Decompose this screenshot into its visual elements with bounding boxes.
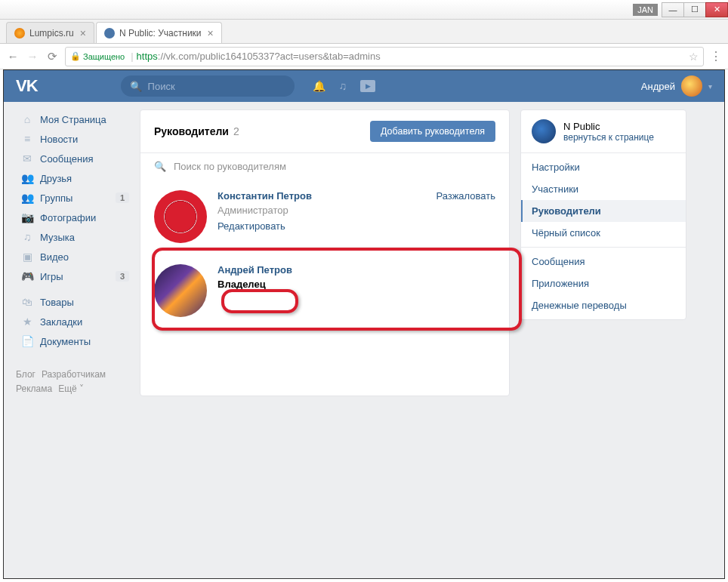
jan-badge: JAN xyxy=(633,4,658,16)
home-icon: ⌂ xyxy=(20,113,34,125)
header-icons: 🔔 ♫ ▶ xyxy=(313,80,376,92)
title-count: 2 xyxy=(233,125,239,137)
minimize-button[interactable]: — xyxy=(662,2,684,17)
title-text: Руководители xyxy=(154,125,229,137)
nav-label: Закладки xyxy=(40,316,82,328)
nav-bookmarks[interactable]: ★Закладки xyxy=(16,312,129,331)
member-role: Владелец xyxy=(217,279,495,290)
nav-groups[interactable]: 👥Группы1 xyxy=(16,188,129,208)
lock-icon: 🔒 Защищено xyxy=(70,51,125,61)
nav-label: Друзья xyxy=(40,173,72,184)
nav-label: Видео xyxy=(40,251,69,263)
nav-friends[interactable]: 👥Друзья xyxy=(16,168,129,188)
vk-header: VK 🔍 Поиск 🔔 ♫ ▶ Андрей ▾ xyxy=(4,70,724,102)
add-admin-button[interactable]: Добавить руководителя xyxy=(370,121,495,142)
user-menu[interactable]: Андрей ▾ xyxy=(641,75,712,97)
menu-messages[interactable]: Сообщения xyxy=(521,251,686,273)
forward-button[interactable]: → xyxy=(26,50,39,63)
star-icon: ★ xyxy=(20,316,34,328)
tab-close-icon[interactable]: × xyxy=(208,27,214,39)
footer-developers[interactable]: Разработчикам xyxy=(42,369,106,380)
groups-icon: 👥 xyxy=(20,192,34,204)
nav-label: Фотографии xyxy=(40,212,96,223)
member-avatar[interactable] xyxy=(154,190,207,243)
badge: 1 xyxy=(116,192,129,203)
member-name[interactable]: Константин Петров xyxy=(217,190,425,202)
nav-music[interactable]: ♫Музыка xyxy=(16,227,129,247)
menu-admins[interactable]: Руководители xyxy=(521,200,686,222)
left-nav: ⌂Моя Страница ≡Новости ✉Сообщения 👥Друзь… xyxy=(16,109,129,396)
menu-apps[interactable]: Приложения xyxy=(521,273,686,294)
music-icon[interactable]: ♫ xyxy=(339,80,347,92)
nav-label: Группы xyxy=(40,192,72,204)
tab-lumpics[interactable]: Lumpics.ru × xyxy=(6,22,94,43)
tab-title: N Public: Участники xyxy=(119,28,202,38)
notifications-icon[interactable]: 🔔 xyxy=(313,80,325,92)
news-icon: ≡ xyxy=(20,133,34,145)
url-scheme: https xyxy=(137,51,158,62)
browser-toolbar: ← → ⟳ 🔒 Защищено | https://vk.com/public… xyxy=(0,44,728,69)
nav-video[interactable]: ▣Видео xyxy=(16,247,129,266)
footer-ads[interactable]: Реклама xyxy=(16,383,52,394)
community-back-link[interactable]: вернуться к странице xyxy=(563,132,654,143)
nav-market[interactable]: 🛍Товары xyxy=(16,292,129,312)
play-button[interactable]: ▶ xyxy=(360,80,375,92)
search-placeholder: Поиск по руководителям xyxy=(174,161,286,172)
nav-games[interactable]: 🎮Игры3 xyxy=(16,266,129,286)
nav-label: Музыка xyxy=(40,232,75,243)
reload-button[interactable]: ⟳ xyxy=(45,50,59,63)
menu-money[interactable]: Денежные переводы xyxy=(521,294,686,316)
tab-close-icon[interactable]: × xyxy=(80,27,86,39)
url-text: ://vk.com/public164105337?act=users&tab=… xyxy=(158,51,381,62)
member-search[interactable]: 🔍 Поиск по руководителям xyxy=(140,153,509,180)
username-label: Андрей xyxy=(641,81,675,92)
nav-photos[interactable]: 📷Фотографии xyxy=(16,208,129,227)
panel-header: Руководители 2 Добавить руководителя xyxy=(140,110,509,153)
search-icon: 🔍 xyxy=(130,81,142,92)
main-panel: Руководители 2 Добавить руководителя 🔍 П… xyxy=(140,109,510,396)
favicon-icon xyxy=(14,28,25,38)
friends-icon: 👥 xyxy=(20,172,34,184)
vk-logo[interactable]: VK xyxy=(16,76,38,96)
chevron-down-icon: ▾ xyxy=(708,82,712,91)
nav-news[interactable]: ≡Новости xyxy=(16,129,129,149)
maximize-button[interactable]: ☐ xyxy=(683,2,706,17)
games-icon: 🎮 xyxy=(20,270,34,282)
menu-settings[interactable]: Настройки xyxy=(521,156,686,178)
member-name[interactable]: Андрей Петров xyxy=(217,264,495,276)
tab-vk[interactable]: N Public: Участники × xyxy=(96,22,222,43)
community-title: N Public xyxy=(563,121,654,132)
nav-label: Игры xyxy=(40,271,63,282)
back-button[interactable]: ← xyxy=(6,50,20,63)
browser-tabbar: Lumpics.ru × N Public: Участники × xyxy=(0,20,728,44)
bookmark-star-icon[interactable]: ☆ xyxy=(689,51,699,63)
footer-more[interactable]: Ещё ˅ xyxy=(58,383,84,394)
browser-menu-icon[interactable]: ⋮ xyxy=(710,49,722,63)
menu-members[interactable]: Участники xyxy=(521,178,686,200)
edit-link[interactable]: Редактировать xyxy=(217,220,425,232)
search-input[interactable]: 🔍 Поиск xyxy=(121,75,295,97)
close-button[interactable]: ✕ xyxy=(705,2,728,17)
community-avatar xyxy=(532,119,556,143)
nav-label: Новости xyxy=(40,134,78,145)
community-header[interactable]: N Public вернуться к странице xyxy=(521,110,686,153)
nav-label: Документы xyxy=(40,336,91,347)
footer-blog[interactable]: Блог xyxy=(16,369,35,380)
user-avatar xyxy=(681,75,702,97)
address-bar[interactable]: 🔒 Защищено | https://vk.com/public164105… xyxy=(65,47,704,66)
document-icon: 📄 xyxy=(20,335,34,347)
nav-documents[interactable]: 📄Документы xyxy=(16,331,129,351)
member-row: Андрей Петров Владелец xyxy=(154,254,495,328)
menu-blacklist[interactable]: Чёрный список xyxy=(521,222,686,244)
demote-link[interactable]: Разжаловать xyxy=(436,190,495,243)
nav-label: Сообщения xyxy=(40,153,94,165)
member-role: Администратор xyxy=(217,205,425,216)
bag-icon: 🛍 xyxy=(20,296,34,308)
search-placeholder: Поиск xyxy=(148,81,175,92)
member-avatar[interactable] xyxy=(154,264,207,317)
page-viewport: VK 🔍 Поиск 🔔 ♫ ▶ Андрей ▾ ⌂Моя Страница … xyxy=(3,69,725,579)
nav-my-page[interactable]: ⌂Моя Страница xyxy=(16,109,129,129)
window-titlebar: JAN — ☐ ✕ xyxy=(0,0,728,20)
search-icon: 🔍 xyxy=(154,161,166,172)
nav-messages[interactable]: ✉Сообщения xyxy=(16,149,129,168)
